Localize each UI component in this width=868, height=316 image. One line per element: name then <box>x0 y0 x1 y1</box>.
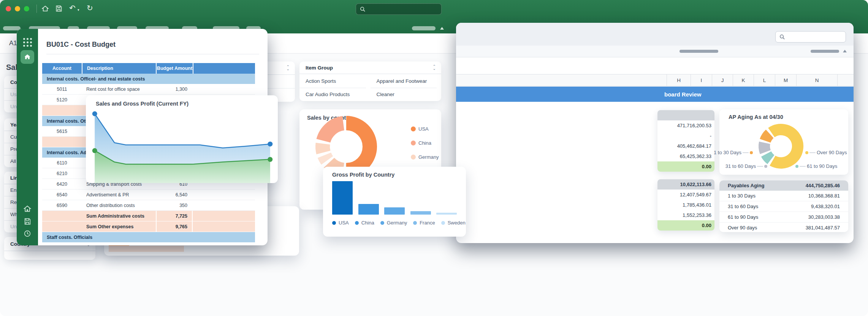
card-header <box>657 110 714 120</box>
cell-account: 6540 <box>42 192 82 198</box>
collapse-ribbon-icon[interactable] <box>843 50 847 52</box>
top-item-track <box>109 246 184 252</box>
cell-extra <box>192 200 255 210</box>
sort-icon: ⌃⌄ <box>433 65 436 70</box>
cell-extra <box>192 242 255 245</box>
filter-item[interactable]: Cleaner <box>371 88 442 101</box>
cell-description: Office/printed material costs <box>82 245 156 246</box>
ribbon-tab-placeholder[interactable] <box>3 26 21 30</box>
legend-item: China <box>411 140 431 146</box>
payables-aging-card: Payables Aging444,750,285.461 to 30 Days… <box>719 180 848 232</box>
search-icon <box>360 6 366 13</box>
legend-item: USA <box>332 220 349 226</box>
column-header-K[interactable]: K <box>733 74 754 86</box>
column-header-M[interactable]: M <box>775 74 797 86</box>
table-row: Sum Other expenses9,765 <box>42 221 255 232</box>
bar-china <box>358 204 379 215</box>
search-input[interactable] <box>775 31 846 43</box>
value-row: 405,462,684.17 <box>657 141 714 151</box>
filter-item[interactable]: Car Audio Products <box>299 88 371 101</box>
search-input[interactable] <box>356 3 442 15</box>
filter-item-group: Item Group ⌃⌄ Action SportsApparel and F… <box>299 62 441 101</box>
value-row: - <box>657 131 714 141</box>
column-header-J[interactable]: J <box>712 74 733 86</box>
column-header-N[interactable]: N <box>797 74 838 86</box>
sort-icon: ⌃⌄ <box>287 66 290 70</box>
cell-amount: 350 <box>156 203 192 208</box>
redo-icon[interactable]: ↻ <box>87 4 93 12</box>
undo-dropdown-icon[interactable]: ▾ <box>78 6 79 14</box>
total-row: 0.00 <box>657 161 714 172</box>
column-header-cell <box>838 74 854 86</box>
value-row: 65,425,362.33 <box>657 151 714 161</box>
summary-card-a: 471,716,200.53-405,462,684.1765,425,362.… <box>657 110 714 172</box>
collapse-ribbon-icon[interactable] <box>440 27 444 30</box>
sheet-banner: board Review <box>456 87 854 102</box>
chart-legend: USAChinaGermanyFranceSweden <box>332 220 466 226</box>
close-button[interactable] <box>6 6 11 11</box>
left-sidebar <box>17 29 38 245</box>
table-section-row: Staff costs. Officials <box>42 232 255 242</box>
legend-item: China <box>355 220 374 226</box>
table-row: Sum Administrative costs7,725 <box>42 211 255 221</box>
table-row: 6590Other distribution costs350 <box>42 200 255 211</box>
filter-item[interactable]: Apparel and Footwear <box>371 74 442 88</box>
history-clock-icon[interactable] <box>23 229 32 238</box>
column-header[interactable] <box>193 63 255 74</box>
ap-label-over-90: Over 90 Days <box>805 150 847 155</box>
cell-extra <box>192 190 255 200</box>
cell-account: 01 <box>42 245 82 246</box>
right-toolbar <box>456 23 854 46</box>
table-row: 5011Rent cost for office space1,300 <box>42 84 255 95</box>
filter-item[interactable]: Action Sports <box>299 74 371 88</box>
table-row: 6540Advertisement & PR6,540 <box>42 190 255 200</box>
ap-aging-card: AP Aging As at 04/30 1 to 30 Days Over 9… <box>719 109 848 175</box>
column-header-I[interactable]: I <box>691 74 712 86</box>
apps-grid-icon[interactable] <box>23 38 32 47</box>
cell-description: Sum Administrative costs <box>82 213 156 219</box>
cell-amount: 1,300 <box>156 87 192 92</box>
title-divider <box>46 54 259 54</box>
column-header-L[interactable]: L <box>754 74 775 86</box>
value-row: 12,407,549.67 <box>657 190 714 200</box>
cell-extra <box>192 211 255 221</box>
column-header-H[interactable]: H <box>667 74 691 86</box>
cell-amount: 9,765 <box>156 221 192 232</box>
minimize-button[interactable] <box>15 6 20 11</box>
total-row: 0.00 <box>657 220 714 231</box>
cell-description: Other distribution costs <box>82 203 156 208</box>
column-header[interactable]: Budget Amount <box>157 63 193 74</box>
zoom-button[interactable] <box>24 6 29 11</box>
filter-header[interactable]: Item Group ⌃⌄ <box>299 62 441 74</box>
search-icon <box>779 34 786 40</box>
value-row: 1,552,253.36 <box>657 210 714 220</box>
ribbon-placeholder <box>811 50 839 53</box>
name-box[interactable]: A1 <box>9 40 17 47</box>
cell-description: Sum Other expenses <box>82 224 156 229</box>
home-button[interactable] <box>21 50 34 64</box>
payables-row: 31 to 60 Days9,438,320.01 <box>719 201 848 212</box>
bar-sweden <box>436 213 457 215</box>
house-outline-icon[interactable] <box>23 204 32 213</box>
column-header[interactable]: Description <box>82 63 157 74</box>
formula-placeholder <box>680 50 718 53</box>
legend-item: USA <box>411 126 429 132</box>
column-header-cell <box>456 74 667 86</box>
right-formula-row <box>456 46 854 57</box>
save-icon[interactable] <box>23 217 32 226</box>
payables-row: 1 to 30 Days10,368,368.81 <box>719 191 848 201</box>
column-header[interactable]: Account <box>42 63 82 74</box>
cell-extra <box>192 221 255 232</box>
house-icon <box>24 53 31 61</box>
ap-label-31-60: 31 to 60 Days <box>725 163 767 169</box>
undo-icon[interactable]: ↶ <box>69 4 76 12</box>
sales-gross-profit-chart <box>86 95 278 183</box>
banner-title: board Review <box>664 91 702 98</box>
ribbon-placeholder[interactable] <box>412 26 436 30</box>
save-icon[interactable] <box>55 5 63 13</box>
home-icon[interactable] <box>41 5 49 13</box>
value-row: 471,716,200.53 <box>657 120 714 131</box>
legend-item: France <box>413 220 435 226</box>
cell-amount: 7,725 <box>156 211 192 221</box>
legend-item: Germany <box>411 154 439 160</box>
